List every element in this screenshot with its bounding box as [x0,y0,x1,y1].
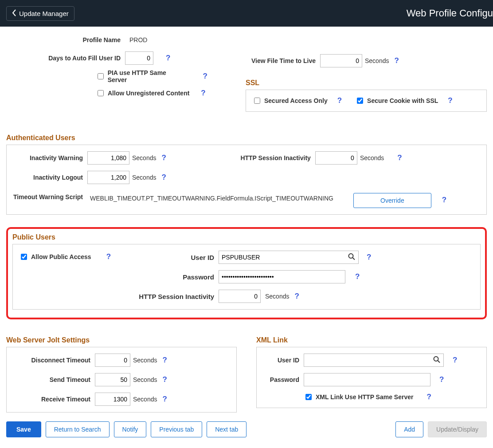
page-title: Web Profile Configu [407,8,493,19]
public-http-session-input[interactable] [219,290,261,303]
days-autofill-input[interactable] [125,51,153,65]
help-icon[interactable]: ? [450,356,460,365]
seconds-label: Seconds [133,357,157,364]
add-button[interactable]: Add [395,421,423,437]
profile-name-label: Profile Name [6,36,125,43]
help-icon[interactable]: ? [292,292,301,301]
help-icon[interactable]: ? [352,272,362,281]
bottom-toolbar: Save Return to Search Notify Previous ta… [0,419,493,444]
previous-tab-button[interactable]: Previous tab [151,421,202,437]
ssl-title: SSL [246,79,487,87]
allow-public-label: Allow Public Access [31,253,91,260]
help-icon[interactable]: ? [335,96,344,105]
update-display-button[interactable]: Update/Display [428,421,487,437]
xml-title: XML Link [256,336,487,344]
xml-use-http-label: XML Link Use HTTP Same Server [316,393,413,401]
save-button[interactable]: Save [6,421,41,437]
back-button[interactable]: Update Manager [6,6,74,21]
xml-userid-input[interactable] [304,354,444,367]
svg-line-1 [353,258,355,260]
help-icon[interactable]: ? [424,393,434,401]
receive-input[interactable] [95,393,130,406]
xml-password-label: Password [263,376,304,383]
view-file-ttl-input[interactable] [320,54,362,67]
inactivity-warning-input[interactable] [87,151,129,165]
help-icon[interactable]: ? [160,375,169,384]
xml-use-http-checkbox[interactable] [305,394,312,400]
inactivity-warning-label: Inactivity Warning [12,154,87,161]
return-to-search-button[interactable]: Return to Search [46,421,110,437]
help-icon[interactable]: ? [163,54,173,63]
notify-button[interactable]: Notify [114,421,147,437]
send-label: Send Timeout [13,376,95,383]
public-password-input[interactable] [219,270,345,283]
svg-point-2 [434,357,438,361]
jolt-title: Web Server Jolt Settings [6,336,237,344]
help-icon[interactable]: ? [395,153,404,162]
search-icon[interactable] [348,253,355,262]
help-icon[interactable]: ? [439,193,449,204]
seconds-label: Seconds [132,174,156,181]
timeout-script-value: WEBLIB_TIMEOUT.PT_TIMEOUTWARNING.FieldFo… [87,193,353,202]
http-session-label: HTTP Session Inactivity [235,154,315,161]
secured-access-checkbox[interactable] [254,98,260,104]
secure-cookie-checkbox[interactable] [357,98,363,104]
public-users-highlight: Public Users Allow Public Access ? User … [6,227,487,319]
override-button[interactable]: Override [353,193,431,208]
public-http-session-label: HTTP Session Inactivity [134,293,219,300]
secured-access-label: Secured Access Only [264,97,328,104]
seconds-label: Seconds [132,154,156,161]
send-input[interactable] [95,373,130,386]
help-icon[interactable]: ? [391,56,401,65]
allow-unreg-label: Allow Unregistered Content [108,90,189,97]
auth-group: Inactivity Warning Seconds ? HTTP Sessio… [6,145,487,215]
allow-unreg-checkbox[interactable] [98,90,104,96]
help-icon[interactable]: ? [437,375,446,384]
public-password-label: Password [134,273,219,281]
auth-title: Authenticated Users [6,134,487,142]
xml-userid-label: User ID [263,357,304,364]
help-icon[interactable]: ? [445,96,455,105]
help-icon[interactable]: ? [159,173,168,182]
pia-http-label: PIA use HTTP Same Server [108,69,185,83]
view-file-ttl-label: View File Time to Live [246,57,320,64]
seconds-label: Seconds [133,376,157,383]
profile-name-value: PROD [125,36,147,43]
back-button-label: Update Manager [19,10,69,17]
next-tab-button[interactable]: Next tab [207,421,246,437]
ssl-group: Secured Access Only ? Secure Cookie with… [246,90,487,112]
timeout-script-label: Timeout Warning Script [12,193,87,201]
help-icon[interactable]: ? [159,153,168,162]
public-userid-input[interactable] [219,251,359,264]
pia-http-checkbox[interactable] [98,73,104,79]
disconnect-label: Disconnect Timeout [13,357,95,364]
seconds-label: Seconds [360,154,384,161]
disconnect-input[interactable] [95,354,130,367]
help-icon[interactable]: ? [160,395,169,404]
secure-cookie-label: Secure Cookie with SSL [367,97,438,104]
help-icon[interactable]: ? [198,89,208,98]
top-bar: Update Manager Web Profile Configu [0,0,493,27]
seconds-label: Seconds [133,396,157,403]
help-icon[interactable]: ? [160,356,169,365]
days-autofill-label: Days to Auto Fill User ID [6,55,125,62]
xml-password-input[interactable] [304,373,430,386]
help-icon[interactable]: ? [364,253,374,262]
public-userid-label: User ID [134,254,219,261]
seconds-label: Seconds [265,293,289,300]
inactivity-logout-label: Inactivity Logout [12,174,87,181]
receive-label: Receive Timeout [13,396,95,403]
allow-public-checkbox[interactable] [21,254,27,260]
public-title: Public Users [12,233,481,241]
chevron-left-icon [12,9,16,18]
svg-line-3 [438,361,440,363]
search-icon[interactable] [433,356,440,365]
http-session-input[interactable] [315,151,357,165]
seconds-label: Seconds [365,57,389,64]
help-icon[interactable]: ? [200,72,210,81]
inactivity-logout-input[interactable] [87,171,129,184]
help-icon[interactable]: ? [104,252,113,261]
svg-point-0 [349,254,353,258]
